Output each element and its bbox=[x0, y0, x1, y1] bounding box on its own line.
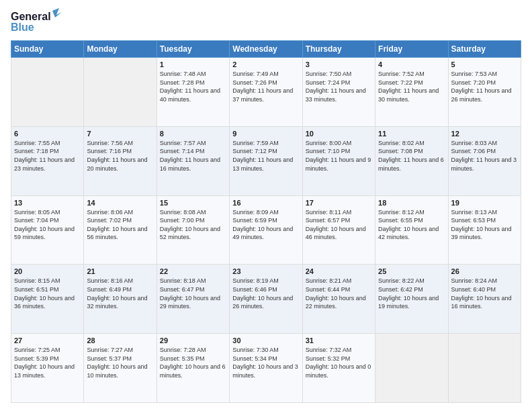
day-number: 5 bbox=[451, 60, 518, 68]
calendar-cell: 11Sunrise: 8:02 AMSunset: 7:08 PMDayligh… bbox=[375, 126, 448, 195]
calendar-cell: 19Sunrise: 8:13 AMSunset: 6:53 PMDayligh… bbox=[448, 195, 521, 265]
day-detail: Sunrise: 7:28 AMSunset: 5:35 PMDaylight:… bbox=[160, 346, 226, 379]
day-number: 15 bbox=[160, 199, 226, 207]
day-number: 26 bbox=[451, 267, 518, 275]
logo: GeneralBlue bbox=[11, 8, 64, 35]
calendar-cell: 13Sunrise: 8:05 AMSunset: 7:04 PMDayligh… bbox=[11, 195, 84, 265]
day-number: 29 bbox=[160, 336, 226, 345]
calendar-cell: 12Sunrise: 8:03 AMSunset: 7:06 PMDayligh… bbox=[448, 126, 521, 195]
day-number: 20 bbox=[14, 267, 81, 275]
calendar-cell: 31Sunrise: 7:32 AMSunset: 5:32 PMDayligh… bbox=[302, 334, 375, 403]
calendar-cell: 30Sunrise: 7:30 AMSunset: 5:34 PMDayligh… bbox=[230, 334, 302, 403]
day-number: 30 bbox=[232, 336, 299, 345]
day-detail: Sunrise: 7:30 AMSunset: 5:34 PMDaylight:… bbox=[232, 346, 299, 379]
col-header-friday: Friday bbox=[375, 41, 448, 58]
calendar-cell: 7Sunrise: 7:56 AMSunset: 7:16 PMDaylight… bbox=[84, 126, 157, 195]
calendar-cell: 28Sunrise: 7:27 AMSunset: 5:37 PMDayligh… bbox=[84, 334, 157, 403]
calendar-table: SundayMondayTuesdayWednesdayThursdayFrid… bbox=[11, 40, 521, 403]
day-detail: Sunrise: 7:32 AMSunset: 5:32 PMDaylight:… bbox=[306, 346, 372, 379]
day-number: 4 bbox=[378, 60, 445, 68]
day-number: 6 bbox=[14, 130, 81, 138]
day-detail: Sunrise: 7:59 AMSunset: 7:12 PMDaylight:… bbox=[232, 139, 299, 173]
calendar-cell: 15Sunrise: 8:08 AMSunset: 7:00 PMDayligh… bbox=[157, 195, 229, 265]
day-detail: Sunrise: 7:48 AMSunset: 7:28 PMDaylight:… bbox=[160, 70, 226, 103]
calendar-cell: 2Sunrise: 7:49 AMSunset: 7:26 PMDaylight… bbox=[230, 58, 302, 127]
week-row-4: 20Sunrise: 8:15 AMSunset: 6:51 PMDayligh… bbox=[11, 265, 521, 334]
day-detail: Sunrise: 8:22 AMSunset: 6:42 PMDaylight:… bbox=[378, 277, 445, 310]
header: GeneralBlue bbox=[11, 8, 521, 35]
day-number: 27 bbox=[14, 336, 81, 345]
week-row-3: 13Sunrise: 8:05 AMSunset: 7:04 PMDayligh… bbox=[11, 195, 521, 265]
day-detail: Sunrise: 8:19 AMSunset: 6:46 PMDaylight:… bbox=[232, 277, 299, 310]
day-number: 14 bbox=[87, 199, 153, 207]
day-detail: Sunrise: 7:52 AMSunset: 7:22 PMDaylight:… bbox=[378, 70, 445, 103]
calendar-cell: 23Sunrise: 8:19 AMSunset: 6:46 PMDayligh… bbox=[230, 265, 302, 334]
day-detail: Sunrise: 8:16 AMSunset: 6:49 PMDaylight:… bbox=[87, 277, 153, 310]
day-detail: Sunrise: 8:13 AMSunset: 6:53 PMDaylight:… bbox=[451, 208, 518, 242]
day-number: 7 bbox=[87, 130, 153, 138]
day-detail: Sunrise: 7:56 AMSunset: 7:16 PMDaylight:… bbox=[87, 139, 153, 173]
day-detail: Sunrise: 8:18 AMSunset: 6:47 PMDaylight:… bbox=[160, 277, 226, 310]
calendar-cell: 18Sunrise: 8:12 AMSunset: 6:55 PMDayligh… bbox=[375, 195, 448, 265]
day-detail: Sunrise: 8:00 AMSunset: 7:10 PMDaylight:… bbox=[306, 139, 372, 173]
calendar-header-row: SundayMondayTuesdayWednesdayThursdayFrid… bbox=[11, 41, 521, 58]
day-detail: Sunrise: 7:50 AMSunset: 7:24 PMDaylight:… bbox=[306, 70, 372, 103]
calendar-cell: 26Sunrise: 8:24 AMSunset: 6:40 PMDayligh… bbox=[448, 265, 521, 334]
calendar-cell: 21Sunrise: 8:16 AMSunset: 6:49 PMDayligh… bbox=[84, 265, 157, 334]
day-number: 13 bbox=[14, 199, 81, 207]
day-detail: Sunrise: 8:05 AMSunset: 7:04 PMDaylight:… bbox=[14, 208, 81, 242]
day-number: 31 bbox=[306, 336, 372, 345]
calendar-cell bbox=[448, 334, 521, 403]
calendar-cell: 4Sunrise: 7:52 AMSunset: 7:22 PMDaylight… bbox=[375, 58, 448, 127]
day-detail: Sunrise: 8:24 AMSunset: 6:40 PMDaylight:… bbox=[451, 277, 518, 310]
calendar-cell: 24Sunrise: 8:21 AMSunset: 6:44 PMDayligh… bbox=[302, 265, 375, 334]
day-detail: Sunrise: 7:57 AMSunset: 7:14 PMDaylight:… bbox=[160, 139, 226, 173]
week-row-2: 6Sunrise: 7:55 AMSunset: 7:18 PMDaylight… bbox=[11, 126, 521, 195]
day-detail: Sunrise: 7:49 AMSunset: 7:26 PMDaylight:… bbox=[232, 70, 299, 103]
day-detail: Sunrise: 7:25 AMSunset: 5:39 PMDaylight:… bbox=[14, 346, 81, 379]
page: GeneralBlue SundayMondayTuesdayWednesday… bbox=[0, 0, 532, 411]
day-number: 17 bbox=[306, 199, 372, 207]
calendar-cell bbox=[11, 58, 84, 127]
day-detail: Sunrise: 8:11 AMSunset: 6:57 PMDaylight:… bbox=[306, 208, 372, 242]
day-detail: Sunrise: 8:08 AMSunset: 7:00 PMDaylight:… bbox=[160, 208, 226, 242]
calendar-cell: 3Sunrise: 7:50 AMSunset: 7:24 PMDaylight… bbox=[302, 58, 375, 127]
day-number: 3 bbox=[306, 60, 372, 68]
day-number: 25 bbox=[378, 267, 445, 275]
logo-svg: GeneralBlue bbox=[11, 8, 64, 35]
calendar-cell bbox=[84, 58, 157, 127]
calendar-cell: 5Sunrise: 7:53 AMSunset: 7:20 PMDaylight… bbox=[448, 58, 521, 127]
col-header-thursday: Thursday bbox=[302, 41, 375, 58]
day-number: 12 bbox=[451, 130, 518, 138]
day-number: 9 bbox=[232, 130, 299, 138]
day-detail: Sunrise: 8:03 AMSunset: 7:06 PMDaylight:… bbox=[451, 139, 518, 173]
day-number: 18 bbox=[378, 199, 445, 207]
day-number: 11 bbox=[378, 130, 445, 138]
col-header-tuesday: Tuesday bbox=[157, 41, 229, 58]
calendar-cell: 16Sunrise: 8:09 AMSunset: 6:59 PMDayligh… bbox=[230, 195, 302, 265]
day-detail: Sunrise: 8:09 AMSunset: 6:59 PMDaylight:… bbox=[232, 208, 299, 242]
svg-text:General: General bbox=[11, 11, 51, 22]
calendar-cell: 25Sunrise: 8:22 AMSunset: 6:42 PMDayligh… bbox=[375, 265, 448, 334]
day-number: 1 bbox=[160, 60, 226, 68]
calendar-cell: 17Sunrise: 8:11 AMSunset: 6:57 PMDayligh… bbox=[302, 195, 375, 265]
day-detail: Sunrise: 7:53 AMSunset: 7:20 PMDaylight:… bbox=[451, 70, 518, 103]
calendar-cell: 20Sunrise: 8:15 AMSunset: 6:51 PMDayligh… bbox=[11, 265, 84, 334]
day-number: 8 bbox=[160, 130, 226, 138]
calendar-cell: 29Sunrise: 7:28 AMSunset: 5:35 PMDayligh… bbox=[157, 334, 229, 403]
col-header-monday: Monday bbox=[84, 41, 157, 58]
col-header-saturday: Saturday bbox=[448, 41, 521, 58]
day-number: 10 bbox=[306, 130, 372, 138]
day-detail: Sunrise: 8:02 AMSunset: 7:08 PMDaylight:… bbox=[378, 139, 445, 173]
day-number: 16 bbox=[232, 199, 299, 207]
day-number: 21 bbox=[87, 267, 153, 275]
calendar-cell: 27Sunrise: 7:25 AMSunset: 5:39 PMDayligh… bbox=[11, 334, 84, 403]
svg-marker-2 bbox=[52, 8, 62, 17]
day-detail: Sunrise: 8:21 AMSunset: 6:44 PMDaylight:… bbox=[306, 277, 372, 310]
day-detail: Sunrise: 8:12 AMSunset: 6:55 PMDaylight:… bbox=[378, 208, 445, 242]
day-number: 22 bbox=[160, 267, 226, 275]
day-detail: Sunrise: 8:06 AMSunset: 7:02 PMDaylight:… bbox=[87, 208, 153, 242]
calendar-cell: 1Sunrise: 7:48 AMSunset: 7:28 PMDaylight… bbox=[157, 58, 229, 127]
day-number: 28 bbox=[87, 336, 153, 345]
day-number: 23 bbox=[232, 267, 299, 275]
